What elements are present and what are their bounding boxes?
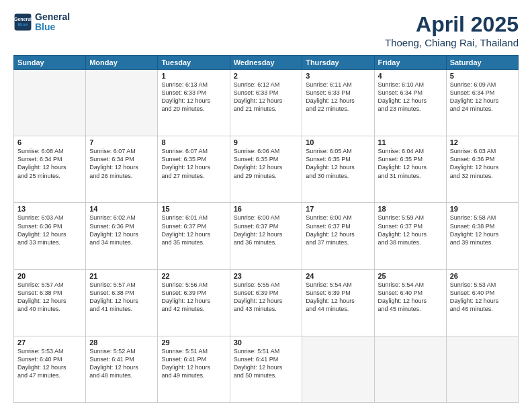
day-info: Sunrise: 5:54 AM Sunset: 6:40 PM Dayligh… (378, 281, 443, 314)
calendar-cell: 25Sunrise: 5:54 AM Sunset: 6:40 PM Dayli… (374, 269, 446, 336)
day-info: Sunrise: 6:07 AM Sunset: 6:35 PM Dayligh… (161, 147, 226, 180)
day-number: 5 (450, 72, 515, 80)
day-info: Sunrise: 5:57 AM Sunset: 6:38 PM Dayligh… (89, 281, 154, 314)
calendar-cell (14, 70, 86, 136)
calendar-row-0: 1Sunrise: 6:13 AM Sunset: 6:33 PM Daylig… (14, 70, 519, 136)
day-info: Sunrise: 6:10 AM Sunset: 6:34 PM Dayligh… (378, 81, 443, 113)
calendar-cell: 5Sunrise: 6:09 AM Sunset: 6:34 PM Daylig… (446, 70, 518, 136)
svg-text:General: General (14, 17, 32, 22)
calendar-cell (86, 70, 158, 136)
day-info: Sunrise: 6:09 AM Sunset: 6:34 PM Dayligh… (450, 81, 515, 113)
logo-text: General Blue (35, 12, 70, 33)
day-info: Sunrise: 6:13 AM Sunset: 6:33 PM Dayligh… (161, 81, 226, 113)
day-number: 4 (378, 72, 443, 80)
day-info: Sunrise: 6:05 AM Sunset: 6:35 PM Dayligh… (306, 147, 370, 180)
day-info: Sunrise: 6:02 AM Sunset: 6:36 PM Dayligh… (89, 214, 154, 246)
day-number: 18 (378, 205, 443, 213)
day-number: 13 (17, 205, 82, 213)
day-number: 10 (306, 138, 370, 146)
page: General Blue General Blue April 2025 Tho… (0, 0, 532, 411)
day-number: 19 (450, 205, 515, 213)
logo: General Blue General Blue (13, 12, 70, 33)
day-number: 16 (234, 205, 299, 213)
day-info: Sunrise: 5:54 AM Sunset: 6:39 PM Dayligh… (306, 281, 370, 314)
day-info: Sunrise: 6:08 AM Sunset: 6:34 PM Dayligh… (17, 147, 82, 180)
calendar-cell: 14Sunrise: 6:02 AM Sunset: 6:36 PM Dayli… (86, 203, 158, 269)
calendar-cell: 30Sunrise: 5:51 AM Sunset: 6:41 PM Dayli… (230, 336, 302, 402)
calendar-cell: 29Sunrise: 5:51 AM Sunset: 6:41 PM Dayli… (158, 336, 230, 402)
day-number: 24 (306, 272, 370, 280)
day-info: Sunrise: 6:03 AM Sunset: 6:36 PM Dayligh… (17, 214, 82, 246)
day-number: 21 (89, 272, 154, 280)
header-thursday: Thursday (302, 56, 374, 70)
day-number: 20 (17, 272, 82, 280)
day-info: Sunrise: 5:52 AM Sunset: 6:41 PM Dayligh… (89, 347, 154, 380)
day-info: Sunrise: 5:53 AM Sunset: 6:40 PM Dayligh… (17, 347, 82, 380)
calendar-cell: 17Sunrise: 6:00 AM Sunset: 6:37 PM Dayli… (302, 203, 374, 269)
calendar-cell: 4Sunrise: 6:10 AM Sunset: 6:34 PM Daylig… (374, 70, 446, 136)
main-title: April 2025 (385, 12, 519, 37)
calendar-cell (446, 336, 518, 402)
day-number: 25 (378, 272, 443, 280)
day-info: Sunrise: 6:11 AM Sunset: 6:33 PM Dayligh… (306, 81, 370, 113)
calendar-cell (374, 336, 446, 402)
calendar-cell: 15Sunrise: 6:01 AM Sunset: 6:37 PM Dayli… (158, 203, 230, 269)
calendar-cell: 22Sunrise: 5:56 AM Sunset: 6:39 PM Dayli… (158, 269, 230, 336)
day-number: 12 (450, 138, 515, 146)
day-number: 30 (234, 338, 299, 347)
logo-line2: Blue (35, 22, 70, 32)
calendar-cell: 20Sunrise: 5:57 AM Sunset: 6:38 PM Dayli… (14, 269, 86, 336)
day-number: 11 (378, 138, 443, 146)
header-tuesday: Tuesday (158, 56, 230, 70)
subtitle: Thoeng, Chiang Rai, Thailand (385, 37, 519, 48)
day-info: Sunrise: 6:07 AM Sunset: 6:34 PM Dayligh… (89, 147, 154, 180)
calendar-cell: 16Sunrise: 6:00 AM Sunset: 6:37 PM Dayli… (230, 203, 302, 269)
calendar-header-row: Sunday Monday Tuesday Wednesday Thursday… (14, 56, 519, 70)
header-sunday: Sunday (14, 56, 86, 70)
calendar-cell: 11Sunrise: 6:04 AM Sunset: 6:35 PM Dayli… (374, 136, 446, 203)
calendar-cell: 10Sunrise: 6:05 AM Sunset: 6:35 PM Dayli… (302, 136, 374, 203)
day-info: Sunrise: 5:56 AM Sunset: 6:39 PM Dayligh… (161, 281, 226, 314)
calendar-cell: 12Sunrise: 6:03 AM Sunset: 6:36 PM Dayli… (446, 136, 518, 203)
logo-icon: General Blue (13, 13, 32, 32)
day-info: Sunrise: 6:00 AM Sunset: 6:37 PM Dayligh… (234, 214, 299, 246)
logo-line1: General (35, 12, 70, 22)
day-number: 8 (161, 138, 226, 146)
calendar-cell: 8Sunrise: 6:07 AM Sunset: 6:35 PM Daylig… (158, 136, 230, 203)
day-number: 29 (161, 338, 226, 347)
calendar-row-3: 20Sunrise: 5:57 AM Sunset: 6:38 PM Dayli… (14, 269, 519, 336)
calendar-cell: 3Sunrise: 6:11 AM Sunset: 6:33 PM Daylig… (302, 70, 374, 136)
day-number: 27 (17, 338, 82, 347)
day-number: 22 (161, 272, 226, 280)
day-number: 3 (306, 72, 370, 80)
calendar-cell: 28Sunrise: 5:52 AM Sunset: 6:41 PM Dayli… (86, 336, 158, 402)
calendar-cell: 27Sunrise: 5:53 AM Sunset: 6:40 PM Dayli… (14, 336, 86, 402)
calendar-row-4: 27Sunrise: 5:53 AM Sunset: 6:40 PM Dayli… (14, 336, 519, 402)
title-block: April 2025 Thoeng, Chiang Rai, Thailand (385, 12, 519, 48)
header-friday: Friday (374, 56, 446, 70)
day-number: 17 (306, 205, 370, 213)
day-info: Sunrise: 6:00 AM Sunset: 6:37 PM Dayligh… (306, 214, 370, 246)
calendar-row-1: 6Sunrise: 6:08 AM Sunset: 6:34 PM Daylig… (14, 136, 519, 203)
header-monday: Monday (86, 56, 158, 70)
day-info: Sunrise: 6:12 AM Sunset: 6:33 PM Dayligh… (234, 81, 299, 113)
calendar-cell: 1Sunrise: 6:13 AM Sunset: 6:33 PM Daylig… (158, 70, 230, 136)
day-info: Sunrise: 5:51 AM Sunset: 6:41 PM Dayligh… (161, 347, 226, 380)
calendar-row-2: 13Sunrise: 6:03 AM Sunset: 6:36 PM Dayli… (14, 203, 519, 269)
day-info: Sunrise: 5:59 AM Sunset: 6:37 PM Dayligh… (378, 214, 443, 246)
day-info: Sunrise: 6:01 AM Sunset: 6:37 PM Dayligh… (161, 214, 226, 246)
calendar-cell: 18Sunrise: 5:59 AM Sunset: 6:37 PM Dayli… (374, 203, 446, 269)
day-number: 2 (234, 72, 299, 80)
day-number: 23 (234, 272, 299, 280)
day-number: 15 (161, 205, 226, 213)
day-number: 26 (450, 272, 515, 280)
calendar-cell: 7Sunrise: 6:07 AM Sunset: 6:34 PM Daylig… (86, 136, 158, 203)
day-number: 28 (89, 338, 154, 347)
day-info: Sunrise: 6:06 AM Sunset: 6:35 PM Dayligh… (234, 147, 299, 180)
calendar-table: Sunday Monday Tuesday Wednesday Thursday… (13, 55, 519, 403)
calendar-cell: 24Sunrise: 5:54 AM Sunset: 6:39 PM Dayli… (302, 269, 374, 336)
calendar-cell: 26Sunrise: 5:53 AM Sunset: 6:40 PM Dayli… (446, 269, 518, 336)
calendar-cell: 21Sunrise: 5:57 AM Sunset: 6:38 PM Dayli… (86, 269, 158, 336)
calendar-cell: 19Sunrise: 5:58 AM Sunset: 6:38 PM Dayli… (446, 203, 518, 269)
calendar-cell (302, 336, 374, 402)
